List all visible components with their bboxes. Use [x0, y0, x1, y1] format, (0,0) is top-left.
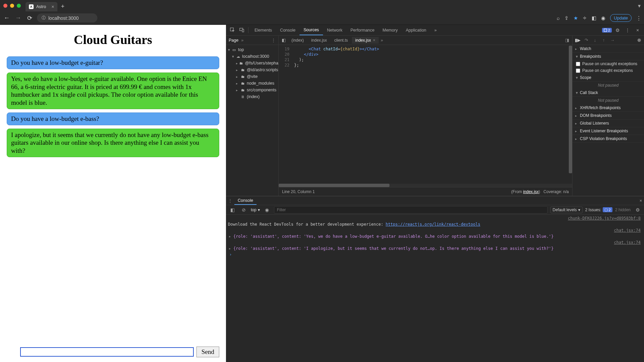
- toggle-navigator-icon[interactable]: ◧: [280, 38, 287, 43]
- new-tab-button[interactable]: +: [61, 3, 64, 10]
- close-icon[interactable]: ×: [640, 198, 642, 203]
- update-button[interactable]: Update: [610, 14, 632, 22]
- panel-tab-performance[interactable]: Performance: [347, 25, 379, 35]
- panel-tab-network[interactable]: Network: [323, 25, 347, 35]
- console-issues[interactable]: 2 Issues: ▢2: [585, 207, 612, 212]
- console-output[interactable]: chunk-DFKOJ226.js?v=d89583bf:8 Download …: [226, 215, 644, 362]
- tree-top[interactable]: top: [238, 47, 244, 52]
- console-context[interactable]: top ▾: [251, 208, 260, 212]
- chevron-right-icon[interactable]: »: [241, 38, 243, 43]
- section-xhr[interactable]: XHR/fetch Breakpoints: [580, 105, 620, 110]
- tree-item[interactable]: @vite: [247, 74, 258, 79]
- kebab-menu-icon[interactable]: ⋮: [623, 26, 632, 35]
- kebab-menu-icon[interactable]: ⋮: [228, 198, 232, 203]
- console-object[interactable]: ▸{role: 'assistant', content: 'Yes, we d…: [226, 233, 644, 239]
- panel-tab-memory[interactable]: Memory: [378, 25, 402, 35]
- url-text: localhost:3000: [48, 15, 79, 21]
- source-map-link[interactable]: index.jsx: [523, 189, 539, 194]
- tree-item[interactable]: src/components: [247, 88, 276, 92]
- panel-tab-elements[interactable]: Elements: [250, 25, 276, 35]
- log-source-link[interactable]: chunk-DFKOJ226.js?v=d89583bf:8: [568, 216, 641, 221]
- bookmark-icon[interactable]: ★: [573, 15, 578, 21]
- log-source-link[interactable]: chat.jsx:74: [614, 240, 641, 245]
- section-global[interactable]: Global Listeners: [580, 121, 609, 126]
- panel-tab-sources[interactable]: Sources: [300, 25, 323, 35]
- issues-badge[interactable]: 2: [602, 28, 612, 33]
- chat-message-assistant: Yes, we do have a low-budget e-guitar av…: [7, 73, 219, 109]
- close-icon[interactable]: ×: [373, 38, 375, 43]
- drawer-tab-console[interactable]: Console: [234, 196, 257, 205]
- section-dom[interactable]: DOM Breakpoints: [580, 113, 612, 118]
- section-watch[interactable]: Watch: [580, 46, 591, 51]
- browser-tab[interactable]: A Astro ×: [26, 2, 57, 11]
- tree-host[interactable]: localhost:3000: [242, 54, 269, 59]
- profile-icon[interactable]: ◉: [601, 15, 605, 21]
- pause-caught-checkbox[interactable]: [576, 69, 580, 73]
- debugger-pane: ▮▶ ↷ ↓ ↑ → ⬣ ▸Watch ▼Breakpoints Pause o…: [572, 36, 644, 196]
- devtools: Elements Console Sources Network Perform…: [226, 25, 644, 362]
- back-button[interactable]: ←: [3, 14, 11, 21]
- editor-tab[interactable]: (index): [288, 37, 307, 44]
- inspect-icon[interactable]: [228, 26, 237, 35]
- panel-tab-console[interactable]: Console: [276, 25, 300, 35]
- deactivate-breakpoints-button[interactable]: ⬣: [635, 37, 643, 44]
- tree-file[interactable]: (index): [247, 94, 260, 99]
- panel-tab-more-icon[interactable]: »: [430, 25, 441, 35]
- tree-item[interactable]: @fs/Users/stepha: [245, 61, 278, 65]
- section-scope[interactable]: Scope: [580, 75, 591, 80]
- section-call-stack[interactable]: Call Stack: [580, 90, 598, 95]
- section-csp[interactable]: CSP Violation Breakpoints: [580, 136, 627, 141]
- file-tree[interactable]: ▼▭top ▼☁localhost:3000 ▸🖿@fs/Users/steph…: [226, 45, 278, 101]
- window-minimize[interactable]: [10, 4, 14, 8]
- chat-message-user: Do you have a low-budget e-guitar?: [7, 56, 219, 69]
- search-icon[interactable]: ⌕: [557, 15, 560, 21]
- editor-tab[interactable]: index.jsx: [308, 37, 330, 44]
- kebab-menu-icon[interactable]: ⋮: [271, 38, 276, 43]
- chevron-down-icon: ▾: [258, 208, 260, 212]
- clear-console-icon[interactable]: ⊘: [239, 206, 248, 214]
- tree-item[interactable]: @id/astro:scripts: [247, 67, 278, 72]
- console-prompt[interactable]: ›: [226, 252, 644, 258]
- navigator-tab-page[interactable]: Page: [229, 38, 238, 43]
- chevron-right-icon[interactable]: »: [381, 38, 383, 43]
- url-field[interactable]: ⓘ localhost:3000: [37, 13, 97, 22]
- toggle-debugger-icon[interactable]: ◨: [563, 38, 571, 43]
- pause-uncaught-checkbox[interactable]: [576, 62, 580, 66]
- console-sidebar-icon[interactable]: ◧: [228, 206, 237, 214]
- settings-icon[interactable]: ⚙: [613, 26, 622, 35]
- console-filter-input[interactable]: [274, 206, 548, 214]
- code-editor[interactable]: 19 20 21 22 <Chat chatId={chatId}></Chat…: [279, 45, 572, 184]
- pause-script-button[interactable]: ▮▶: [574, 37, 581, 44]
- console-settings-icon[interactable]: ⚙: [633, 206, 642, 214]
- device-toggle-icon[interactable]: [237, 26, 246, 35]
- window-close[interactable]: [3, 4, 7, 8]
- panel-tab-application[interactable]: Application: [402, 25, 430, 35]
- window-zoom[interactable]: [17, 4, 21, 8]
- tree-item[interactable]: node_modules: [247, 81, 274, 86]
- share-icon[interactable]: ⇪: [564, 15, 569, 21]
- traffic-lights: [3, 4, 21, 8]
- svg-rect-2: [242, 30, 244, 32]
- section-breakpoints[interactable]: Breakpoints: [580, 54, 601, 59]
- log-levels-dropdown[interactable]: Default levels ▾: [550, 207, 583, 213]
- send-button[interactable]: Send: [196, 347, 219, 357]
- console-link[interactable]: https://reactjs.org/link/react-devtools: [386, 222, 480, 227]
- editor-tab[interactable]: client.ts: [331, 37, 351, 44]
- site-info-icon[interactable]: ⓘ: [42, 15, 46, 21]
- scrollbar-horizontal[interactable]: [279, 184, 572, 187]
- editor-tab-active[interactable]: index.jsx×: [352, 37, 379, 44]
- close-icon[interactable]: ×: [51, 4, 54, 9]
- tabs-overflow-icon[interactable]: ▾: [638, 3, 641, 9]
- close-icon[interactable]: ×: [633, 26, 642, 35]
- section-event[interactable]: Event Listener Breakpoints: [580, 129, 628, 133]
- chat-input[interactable]: [20, 347, 194, 357]
- live-expression-icon[interactable]: ◉: [263, 206, 271, 214]
- extensions-icon[interactable]: ✧: [583, 15, 587, 21]
- side-panel-icon[interactable]: ◧: [592, 15, 596, 21]
- kebab-menu-icon[interactable]: ⋮: [636, 15, 641, 21]
- scrollbar-vertical[interactable]: [569, 45, 572, 184]
- console-object[interactable]: ▸{role: 'assistant', content: 'I apologi…: [226, 245, 644, 252]
- log-source-link[interactable]: chat.jsx:74: [614, 228, 641, 233]
- reload-button[interactable]: ⟳: [26, 14, 34, 22]
- address-bar: ← → ⟳ ⓘ localhost:3000 ⌕ ⇪ ★ ✧ ◧ ◉ Updat…: [0, 11, 644, 25]
